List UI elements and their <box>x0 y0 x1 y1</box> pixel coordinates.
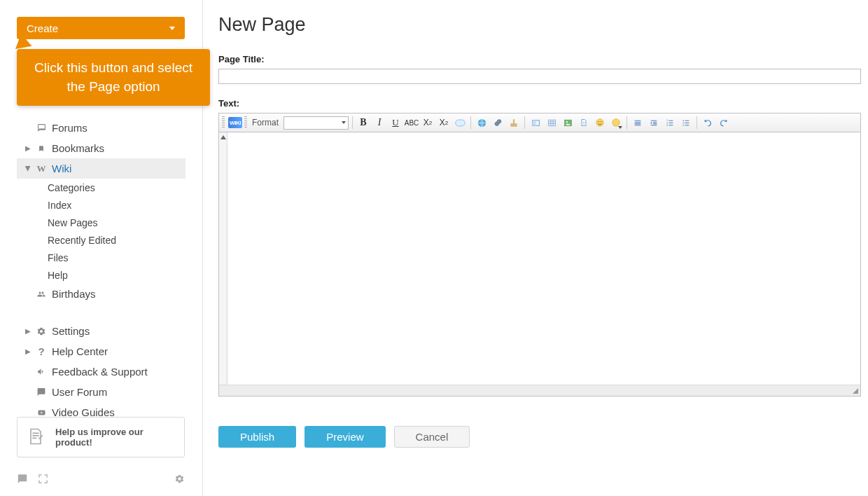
people-icon <box>35 290 48 298</box>
subnav-files[interactable]: Files <box>48 249 186 266</box>
page-title: New Page <box>218 14 861 36</box>
wiki-subnav: Categories Index New Pages Recently Edit… <box>17 179 186 284</box>
sidebar-item-wiki[interactable]: ▶ W Wiki <box>17 158 186 179</box>
undo-button[interactable] <box>701 116 715 130</box>
toolbar-handle <box>244 116 247 129</box>
collapse-arrow-icon[interactable]: ▶ <box>24 166 32 172</box>
fullscreen-icon[interactable] <box>38 474 48 486</box>
editor-status-bar <box>219 385 860 396</box>
macro-button[interactable] <box>528 116 542 130</box>
expand-arrow-icon[interactable]: ▶ <box>25 327 31 335</box>
sidebar-nav: ▶ Forums ▶ Bookmarks ▶ W Wiki Categories… <box>17 118 186 422</box>
svg-point-10 <box>596 119 604 127</box>
svg-point-17 <box>682 120 684 121</box>
chevron-down-icon <box>618 126 622 129</box>
resize-grip-icon[interactable] <box>853 388 858 394</box>
main-content: New Page Page Title: Text: WIKI Format B… <box>218 14 861 448</box>
remove-format-button[interactable] <box>453 116 467 130</box>
redo-button[interactable] <box>717 116 731 130</box>
subnav-index[interactable]: Index <box>48 196 186 214</box>
toolbar-separator <box>696 116 697 129</box>
youtube-icon <box>35 408 48 417</box>
image-button[interactable] <box>561 116 575 130</box>
bullet-list-button[interactable] <box>679 116 693 130</box>
text-label: Text: <box>218 98 861 109</box>
create-button[interactable]: Create <box>17 17 185 39</box>
svg-point-18 <box>682 122 684 123</box>
anchor-button[interactable] <box>507 116 521 130</box>
preview-button[interactable]: Preview <box>304 426 385 448</box>
improve-product-box[interactable]: Help us improve our product! <box>17 417 185 457</box>
instruction-callout: Click this button and select the Page op… <box>17 49 210 106</box>
svg-rect-4 <box>513 119 514 123</box>
subnav-recently-edited[interactable]: Recently Edited <box>48 231 186 249</box>
wiki-badge-icon: WIKI <box>228 117 242 128</box>
question-icon: ? <box>35 345 48 357</box>
svg-point-11 <box>598 121 599 122</box>
svg-rect-7 <box>548 120 555 126</box>
expand-arrow-icon[interactable]: ▶ <box>25 144 31 152</box>
link-button[interactable] <box>475 116 489 130</box>
underline-button[interactable]: U <box>388 116 402 130</box>
editor-toolbar: WIKI Format B I U ABC X2 X2 <box>219 113 860 132</box>
nav-label: Wiki <box>52 163 71 174</box>
expand-arrow-icon[interactable]: ▶ <box>25 347 31 355</box>
subscript-button[interactable]: X2 <box>421 116 435 130</box>
sidebar-item-bookmarks[interactable]: ▶ Bookmarks <box>17 138 186 158</box>
collapse-toolbar-button[interactable] <box>219 132 227 385</box>
sidebar-item-feedback[interactable]: ▶ Feedback & Support <box>17 361 186 382</box>
special-char-button[interactable] <box>609 116 623 130</box>
cancel-button[interactable]: Cancel <box>394 426 470 448</box>
svg-point-19 <box>682 124 684 125</box>
sidebar-footer <box>17 474 185 486</box>
nav-label: Bookmarks <box>52 142 104 154</box>
toolbar-handle <box>222 116 225 129</box>
sidebar-item-forums[interactable]: ▶ Forums <box>17 118 186 138</box>
svg-point-13 <box>612 119 620 127</box>
sidebar-item-user-forum[interactable]: ▶ User Forum <box>17 382 186 402</box>
publish-button[interactable]: Publish <box>218 426 296 448</box>
subnav-categories[interactable]: Categories <box>48 179 186 196</box>
editor-content-area[interactable] <box>227 132 860 385</box>
page-title-label: Page Title: <box>218 54 861 64</box>
chevron-down-icon <box>342 121 346 124</box>
toolbar-separator <box>524 116 525 129</box>
wiki-toggle-button[interactable]: WIKI <box>228 116 242 130</box>
smiley-button[interactable] <box>593 116 607 130</box>
form-actions: Publish Preview Cancel <box>218 426 861 448</box>
subnav-new-pages[interactable]: New Pages <box>48 214 186 231</box>
settings-gear-icon[interactable] <box>174 474 185 486</box>
unlink-button[interactable] <box>491 116 505 130</box>
page-title-input[interactable] <box>218 69 861 84</box>
toolbar-separator <box>352 116 353 129</box>
nav-label: Feedback & Support <box>52 366 148 378</box>
editor-body <box>219 132 860 385</box>
callout-pointer <box>13 32 31 49</box>
nav-label: Help Center <box>52 345 108 357</box>
format-dropdown[interactable] <box>284 116 349 130</box>
justify-button[interactable] <box>631 116 645 130</box>
megaphone-icon <box>35 367 48 376</box>
svg-point-12 <box>601 121 601 122</box>
nav-label: Birthdays <box>52 288 96 300</box>
strikethrough-button[interactable]: ABC <box>405 116 419 130</box>
outdent-button[interactable] <box>647 116 661 130</box>
sidebar-item-birthdays[interactable]: ▶ Birthdays <box>17 284 186 304</box>
nav-label: Settings <box>52 325 90 337</box>
italic-button[interactable]: I <box>372 116 386 130</box>
superscript-button[interactable]: X2 <box>437 116 451 130</box>
svg-rect-3 <box>510 123 517 127</box>
table-button[interactable] <box>545 116 559 130</box>
bookmark-icon <box>35 144 48 153</box>
bold-button[interactable]: B <box>356 116 370 130</box>
comment-solid-icon <box>35 387 48 397</box>
sidebar-item-help-center[interactable]: ▶ ? Help Center <box>17 341 186 361</box>
rich-text-editor: WIKI Format B I U ABC X2 X2 <box>218 113 861 397</box>
dropdown-caret-icon <box>169 27 175 30</box>
subnav-help[interactable]: Help <box>48 266 186 284</box>
document-pencil-icon <box>26 427 46 448</box>
chat-icon[interactable] <box>17 474 28 486</box>
sidebar-item-settings[interactable]: ▶ Settings <box>17 321 186 341</box>
numbered-list-button[interactable]: 123 <box>663 116 677 130</box>
page-button[interactable] <box>577 116 591 130</box>
